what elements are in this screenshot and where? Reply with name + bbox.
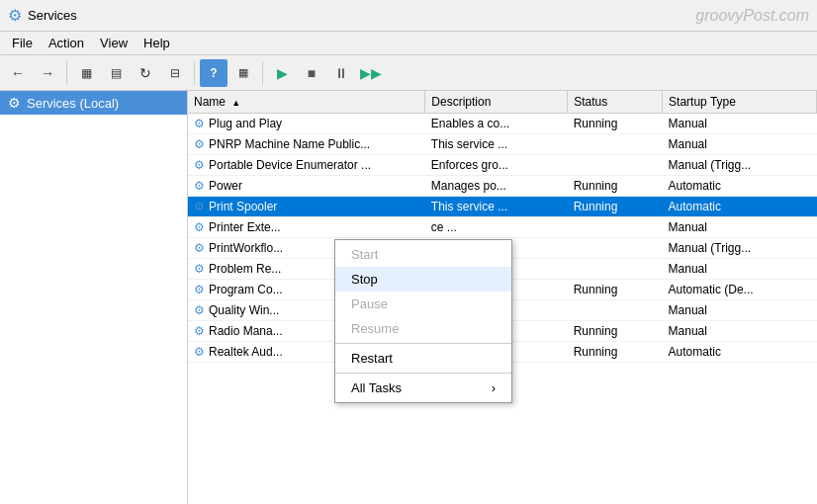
cell-startup: Automatic (De... — [663, 280, 817, 300]
ctx-start[interactable]: Start — [335, 242, 511, 267]
menu-view[interactable]: View — [92, 34, 136, 52]
cell-status: Running — [568, 342, 663, 363]
watermark: groovyPost.com — [695, 7, 809, 25]
ctx-separator — [335, 343, 511, 344]
cell-status: Running — [568, 197, 663, 217]
menu-action[interactable]: Action — [41, 34, 92, 52]
cell-startup: Manual — [663, 217, 817, 238]
refresh-button[interactable]: ↻ — [132, 59, 159, 87]
cell-name: ⚙Plug and Play — [188, 114, 425, 134]
gear-icon: ⚙ — [194, 117, 205, 130]
properties-button[interactable]: ▦ — [229, 59, 257, 87]
cell-status — [568, 238, 663, 259]
cell-startup: Manual — [663, 259, 817, 280]
menu-file[interactable]: File — [4, 34, 41, 52]
table-row[interactable]: ⚙PowerManages po...RunningAutomatic — [188, 176, 817, 197]
table-row[interactable]: ⚙Portable Device Enumerator ...Enforces … — [188, 155, 817, 176]
toolbar-sep-2 — [194, 61, 195, 85]
cell-startup: Manual — [663, 300, 817, 321]
ctx-pause[interactable]: Pause — [335, 292, 511, 316]
stop-button[interactable]: ■ — [298, 59, 325, 87]
ctx-restart[interactable]: Restart — [335, 346, 511, 371]
gear-icon: ⚙ — [194, 283, 205, 296]
right-panel: Name ▲ Description Status Startup Type ⚙… — [188, 91, 817, 504]
gear-icon: ⚙ — [194, 303, 205, 317]
cell-status — [568, 217, 663, 238]
gear-icon: ⚙ — [194, 262, 205, 276]
gear-icon: ⚙ — [194, 345, 205, 359]
ctx-all-tasks[interactable]: All Tasks › — [335, 376, 511, 400]
title-text: Services — [28, 8, 77, 23]
export-button[interactable]: ⊟ — [161, 59, 189, 87]
table-row[interactable]: ⚙PNRP Machine Name Public...This service… — [188, 134, 817, 155]
cell-desc: ce ... — [425, 217, 568, 238]
gear-icon: ⚙ — [194, 137, 205, 151]
gear-icon: ⚙ — [194, 200, 205, 213]
cell-desc: Enables a co... — [425, 114, 568, 134]
cell-desc: This service ... — [425, 134, 568, 155]
cell-startup: Automatic — [663, 342, 817, 363]
cell-desc: Manages po... — [425, 176, 568, 197]
cell-startup: Automatic — [663, 176, 817, 197]
ctx-resume[interactable]: Resume — [335, 316, 511, 341]
view-button[interactable]: ▦ — [72, 59, 100, 87]
forward-button[interactable]: → — [34, 59, 61, 87]
left-panel: ⚙ Services (Local) — [0, 91, 188, 504]
left-panel-title: Services (Local) — [27, 96, 119, 111]
cell-desc: This service ... — [425, 197, 568, 217]
cell-name: ⚙Print Spooler — [188, 197, 425, 217]
back-button[interactable]: ← — [4, 59, 32, 87]
cell-status — [568, 134, 663, 155]
ctx-stop[interactable]: Stop — [335, 267, 511, 292]
left-panel-header: ⚙ Services (Local) — [0, 91, 187, 115]
cell-status — [568, 259, 663, 280]
gear-icon: ⚙ — [194, 179, 205, 193]
ctx-separator-2 — [335, 373, 511, 374]
cell-name: ⚙Portable Device Enumerator ... — [188, 155, 425, 176]
pause-button[interactable]: ⏸ — [327, 59, 355, 87]
cell-status: Running — [568, 114, 663, 134]
menu-bar: File Action View Help — [0, 32, 817, 55]
cell-startup: Automatic — [663, 197, 817, 217]
title-bar: ⚙ Services groovyPost.com — [0, 0, 817, 32]
context-menu: Start Stop Pause Resume Restart All Task… — [334, 239, 512, 403]
cell-startup: Manual — [663, 134, 817, 155]
cell-startup: Manual (Trigg... — [663, 238, 817, 259]
cell-startup: Manual — [663, 114, 817, 134]
col-header-name[interactable]: Name ▲ — [188, 91, 425, 114]
table-row[interactable]: ⚙Print SpoolerThis service ...RunningAut… — [188, 197, 817, 217]
title-icon: ⚙ — [8, 6, 22, 25]
cell-name: ⚙PNRP Machine Name Public... — [188, 134, 425, 155]
gear-icon: ⚙ — [194, 241, 205, 255]
left-panel-icon: ⚙ — [8, 95, 21, 111]
toolbar-sep-1 — [66, 61, 67, 85]
toolbar: ← → ▦ ▤ ↻ ⊟ ? ▦ ▶ ■ ⏸ ▶▶ — [0, 55, 817, 91]
cell-desc: Enforces gro... — [425, 155, 568, 176]
cell-status: Running — [568, 280, 663, 300]
cell-name: ⚙Power — [188, 176, 425, 197]
col-header-desc[interactable]: Description — [425, 91, 568, 114]
cell-status: Running — [568, 321, 663, 342]
cell-status — [568, 300, 663, 321]
table-header-row: Name ▲ Description Status Startup Type — [188, 91, 817, 114]
main: ⚙ Services (Local) Name ▲ Description St… — [0, 91, 817, 504]
cell-startup: Manual (Trigg... — [663, 155, 817, 176]
sort-arrow: ▲ — [231, 98, 240, 108]
col-header-status[interactable]: Status — [568, 91, 663, 114]
gear-icon: ⚙ — [194, 220, 205, 234]
menu-help[interactable]: Help — [136, 34, 178, 52]
toggle-button[interactable]: ▤ — [102, 59, 130, 87]
play-button[interactable]: ▶ — [268, 59, 296, 87]
ctx-arrow-icon: › — [492, 380, 496, 395]
gear-icon: ⚙ — [194, 324, 205, 338]
cell-name: ⚙Printer Exte... — [188, 217, 425, 238]
cell-status — [568, 155, 663, 176]
cell-status: Running — [568, 176, 663, 197]
col-header-startup[interactable]: Startup Type — [663, 91, 817, 114]
table-row[interactable]: ⚙Plug and PlayEnables a co...RunningManu… — [188, 114, 817, 134]
toolbar-sep-3 — [262, 61, 263, 85]
help-button[interactable]: ? — [200, 59, 227, 87]
cell-startup: Manual — [663, 321, 817, 342]
table-row[interactable]: ⚙Printer Exte...ce ...Manual — [188, 217, 817, 238]
resume-button[interactable]: ▶▶ — [357, 59, 385, 87]
